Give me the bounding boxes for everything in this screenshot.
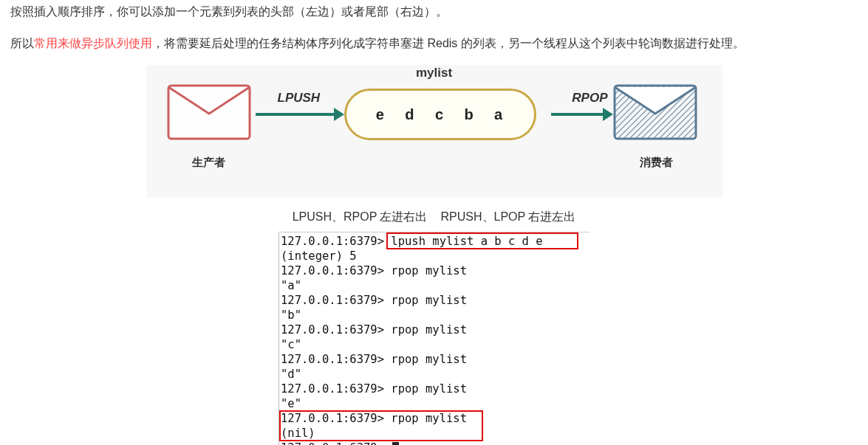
terminal-line: 127.0.0.1:6379> rpop mylist <box>281 322 590 337</box>
list-item: e <box>376 101 386 128</box>
list-item: a <box>494 101 504 128</box>
mylist-capsule: e d c b a <box>344 89 536 140</box>
list-diagram: mylist 生产者 LPUSH e d c b a RPOP <box>146 65 722 198</box>
mylist-title: mylist <box>146 62 722 85</box>
p2-a: 所以 <box>10 37 34 49</box>
terminal-line: 127.0.0.1:6379> rpop mylist <box>281 263 590 278</box>
terminal-line: 127.0.0.1:6379> rpop mylist <box>281 382 590 396</box>
caption-right: RPUSH、LPOP 右进左出 <box>441 210 576 223</box>
svg-rect-0 <box>168 86 250 139</box>
terminal-line: "b" <box>281 308 590 322</box>
highlight-box-nil <box>279 410 483 441</box>
lpush-arrow-icon <box>254 103 344 125</box>
svg-marker-2 <box>334 108 344 121</box>
diagram-caption: LPUSH、RPOP 左进右出RPUSH、LPOP 右进左出 <box>10 207 858 228</box>
p2-highlight: 常用来做异步队列使用 <box>34 37 152 49</box>
terminal-line: "c" <box>281 337 590 352</box>
consumer-envelope-icon <box>613 84 697 140</box>
terminal-line: (integer) 5 <box>281 249 590 263</box>
terminal-line: 127.0.0.1:6379> rpop mylist <box>281 352 590 367</box>
terminal-line: 127.0.0.1:6379> rpop mylist <box>281 293 590 308</box>
list-item: b <box>464 101 474 128</box>
list-item: d <box>405 101 415 128</box>
list-item: c <box>435 101 445 128</box>
highlight-box-lpush <box>386 232 578 249</box>
caption-left: LPUSH、RPOP 左进右出 <box>293 210 428 223</box>
consumer-label: 消费者 <box>615 152 699 172</box>
paragraph-1: 按照插入顺序排序，你可以添加一个元素到列表的头部（左边）或者尾部（右边）。 <box>10 1 858 23</box>
p2-b: ，将需要延后处理的任务结构体序列化成字符串塞进 Redis 的列表，另一个线程从… <box>152 37 745 49</box>
paragraph-2: 所以常用来做异步队列使用，将需要延后处理的任务结构体序列化成字符串塞进 Redi… <box>10 33 858 55</box>
producer-envelope-icon <box>167 84 251 140</box>
terminal-output: 127.0.0.1:6379> lpush mylist a b c d e (… <box>278 232 590 445</box>
producer-label: 生产者 <box>167 152 251 172</box>
cursor-icon <box>392 442 399 445</box>
svg-marker-4 <box>603 108 613 121</box>
rpop-arrow-icon <box>550 103 613 125</box>
terminal-line: "d" <box>281 367 590 382</box>
terminal-line: "a" <box>281 278 590 293</box>
terminal-line: "e" <box>281 396 590 411</box>
